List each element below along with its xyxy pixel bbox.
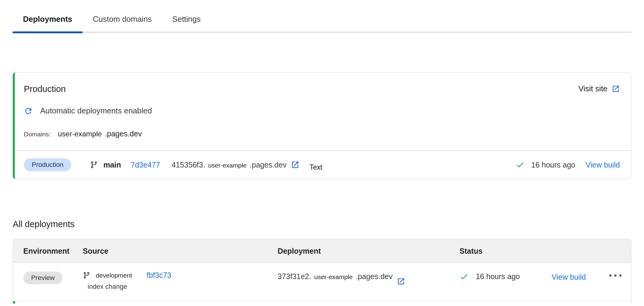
column-header-environment: Environment xyxy=(23,247,83,256)
commit-message: index change xyxy=(88,283,127,291)
environment-badge: Production xyxy=(24,158,71,171)
branch-name: development xyxy=(96,272,132,279)
deployment-url-suffix: .pages.dev xyxy=(250,161,286,169)
external-link-icon[interactable] xyxy=(291,161,299,169)
git-branch-icon xyxy=(90,161,98,169)
domain-suffix: .pages.dev xyxy=(105,129,142,138)
tab-custom-domains[interactable]: Custom domains xyxy=(82,9,162,32)
branch-name: main xyxy=(103,161,121,169)
status-time: 16 hours ago xyxy=(476,272,520,281)
status-time: 16 hours ago xyxy=(531,161,575,169)
refresh-icon xyxy=(24,106,33,116)
production-deployment-row: Production main 7d3e477 415356f3. user-e… xyxy=(15,151,631,179)
deployment-url-hash: 415356f3. xyxy=(172,161,205,169)
commit-link[interactable]: 7d3e477 xyxy=(131,161,160,169)
deployment-url-suffix: .pages.dev xyxy=(356,272,392,281)
next-row-partial xyxy=(13,301,631,304)
deployment-url: 373f31e2. user-example .pages.dev xyxy=(278,271,459,291)
commit-link[interactable]: fbf3c73 xyxy=(147,271,171,280)
column-header-status: Status xyxy=(459,247,631,256)
git-branch-icon xyxy=(83,272,90,279)
production-card-title: Production xyxy=(24,84,66,94)
check-icon xyxy=(459,272,469,281)
tab-bar: Deployments Custom domains Settings xyxy=(13,9,631,33)
auto-deployments-text: Automatic deployments enabled xyxy=(40,106,152,116)
environment-badge: Preview xyxy=(23,272,63,284)
note-label: Text xyxy=(310,163,322,171)
view-build-link[interactable]: View build xyxy=(585,161,620,169)
deployment-url-subdomain: user-example xyxy=(314,273,353,281)
deployments-table: Environment Source Deployment Status Pre… xyxy=(13,239,631,304)
all-deployments-title: All deployments xyxy=(13,219,631,229)
external-link-icon xyxy=(612,85,620,93)
visit-site-label: Visit site xyxy=(578,84,607,93)
visit-site-link[interactable]: Visit site xyxy=(578,84,620,93)
deployment-url-hash: 373f31e2. xyxy=(278,272,311,281)
ellipsis-menu-icon[interactable]: ••• xyxy=(609,272,624,280)
tab-settings[interactable]: Settings xyxy=(162,9,211,32)
table-header-row: Environment Source Deployment Status xyxy=(13,239,631,263)
domain-subdomain: user-example xyxy=(58,130,102,138)
deployment-url-subdomain: user-example xyxy=(208,162,246,169)
production-card: Production Visit site Automatic deployme… xyxy=(13,72,631,179)
external-link-icon[interactable] xyxy=(397,277,405,285)
column-header-source: Source xyxy=(83,247,278,256)
tab-deployments[interactable]: Deployments xyxy=(13,9,82,32)
check-icon xyxy=(516,160,525,169)
view-build-link[interactable]: View build xyxy=(552,273,586,282)
deployment-url: 415356f3. user-example .pages.dev xyxy=(172,161,287,169)
column-header-deployment: Deployment xyxy=(278,247,459,256)
table-row: Preview development fbf3c73 index change… xyxy=(13,263,631,301)
domains-label: Domains: xyxy=(24,131,51,138)
